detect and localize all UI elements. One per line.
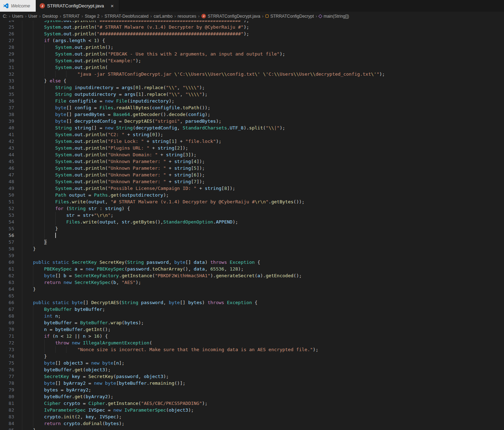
code-line[interactable]: 70n = byteBuffer.getInt(); bbox=[0, 326, 504, 333]
code-line[interactable]: 83crypto.init(2, key, IVSpec); bbox=[0, 413, 504, 420]
line-number[interactable]: 54 bbox=[0, 219, 14, 225]
line-number[interactable]: 42 bbox=[0, 138, 14, 145]
breadcrumb-item[interactable]: STRRATConfigDecrypt.java bbox=[201, 14, 260, 19]
line-number[interactable]: 67 bbox=[0, 306, 14, 313]
line-number[interactable]: 78 bbox=[0, 380, 14, 387]
code-line[interactable]: 47System.out.println("Unknown Parameter:… bbox=[0, 172, 504, 178]
line-number[interactable]: 83 bbox=[0, 413, 14, 420]
line-number[interactable]: 69 bbox=[0, 319, 14, 326]
line-number[interactable]: 51 bbox=[0, 198, 14, 205]
line-number[interactable]: 46 bbox=[0, 165, 14, 172]
code-line[interactable]: 46System.out.println("Unknown Parameter:… bbox=[0, 165, 504, 172]
code-line[interactable]: 34String inputdirectory = args[0].replac… bbox=[0, 84, 504, 91]
breadcrumb-item[interactable]: main(String[]) bbox=[319, 14, 349, 19]
line-number[interactable]: 27 bbox=[0, 37, 14, 44]
line-number[interactable]: 52 bbox=[0, 205, 14, 212]
code-line[interactable]: 60public static SecretKey SecretKey(Stri… bbox=[0, 259, 504, 266]
breadcrumb-item[interactable]: carLambo bbox=[154, 14, 172, 19]
line-number[interactable]: 60 bbox=[0, 259, 14, 266]
code-line[interactable]: 65 bbox=[0, 292, 504, 299]
line-number[interactable]: 68 bbox=[0, 313, 14, 319]
line-number[interactable]: 34 bbox=[0, 84, 14, 91]
code-line[interactable]: 57} bbox=[0, 239, 504, 245]
code-line[interactable]: 78byte[] byArray2 = new byte[byteBuffer.… bbox=[0, 380, 504, 387]
breadcrumb-item[interactable]: User bbox=[28, 14, 37, 19]
line-number[interactable]: 62 bbox=[0, 272, 14, 279]
line-number[interactable]: 37 bbox=[0, 104, 14, 111]
code-line[interactable]: 26System.out.println("##################… bbox=[0, 30, 504, 37]
code-line[interactable]: 28System.out.println(); bbox=[0, 44, 504, 51]
close-icon[interactable]: × bbox=[109, 3, 115, 9]
code-line[interactable]: 42System.out.println("File Lock: " + str… bbox=[0, 138, 504, 145]
line-number[interactable]: 26 bbox=[0, 30, 14, 37]
breadcrumb-item[interactable]: STRRATConfigDecrypt bbox=[265, 14, 314, 19]
code-line[interactable]: 36File configfile = new File(inputdirect… bbox=[0, 98, 504, 104]
breadcrumb-item[interactable]: Users bbox=[12, 14, 23, 19]
code-line[interactable]: 62byte[] b = SecretKeyFactory.getInstanc… bbox=[0, 272, 504, 279]
code-line[interactable]: 44System.out.println("Unknown Domain: " … bbox=[0, 151, 504, 158]
line-number[interactable]: 50 bbox=[0, 192, 14, 198]
line-number[interactable]: 35 bbox=[0, 91, 14, 98]
code-line[interactable]: 66public static byte[] DecryptAES(String… bbox=[0, 299, 504, 306]
code-line[interactable]: 45System.out.println("Unknown Parameter:… bbox=[0, 158, 504, 165]
line-number[interactable]: 56 bbox=[0, 232, 14, 239]
code-line[interactable]: 84return crypto.doFinal(bytes); bbox=[0, 420, 504, 427]
line-number[interactable]: 41 bbox=[0, 131, 14, 138]
line-number[interactable]: 72 bbox=[0, 339, 14, 346]
line-number[interactable]: 61 bbox=[0, 266, 14, 272]
line-number[interactable]: 66 bbox=[0, 299, 14, 306]
line-number[interactable]: 40 bbox=[0, 124, 14, 131]
code-line[interactable]: 73"Nonce size is incorrect. Make sure th… bbox=[0, 346, 504, 353]
code-line[interactable]: 27if (args.length < 1) { bbox=[0, 37, 504, 44]
code-line[interactable]: 33} else { bbox=[0, 77, 504, 84]
line-number[interactable]: 79 bbox=[0, 387, 14, 393]
code-line[interactable]: 24System.out.println("##################… bbox=[0, 21, 504, 24]
line-number[interactable]: 28 bbox=[0, 44, 14, 51]
breadcrumb-item[interactable]: Stage 2 bbox=[85, 14, 99, 19]
code-line[interactable]: 25System.out.println("# STRRAT Malware (… bbox=[0, 24, 504, 30]
line-number[interactable]: 64 bbox=[0, 286, 14, 292]
code-line[interactable]: 39byte[] decryptedConfig = DecryptAES("s… bbox=[0, 118, 504, 124]
line-number[interactable]: 30 bbox=[0, 57, 14, 64]
code-line[interactable]: 85} bbox=[0, 427, 504, 430]
code-line[interactable]: 40String string[] = new String(decrypted… bbox=[0, 124, 504, 131]
code-line[interactable]: 69byteBuffer = ByteBuffer.wrap(bytes); bbox=[0, 319, 504, 326]
code-line[interactable]: 64} bbox=[0, 286, 504, 292]
breadcrumb-item[interactable]: C: bbox=[3, 14, 7, 19]
line-number[interactable]: 82 bbox=[0, 407, 14, 413]
code-line[interactable]: 77SecretKey key = SecretKey(password, ob… bbox=[0, 373, 504, 380]
line-number[interactable]: 32 bbox=[0, 71, 14, 77]
line-number[interactable]: 47 bbox=[0, 172, 14, 178]
line-number[interactable]: 58 bbox=[0, 245, 14, 252]
line-number[interactable]: 43 bbox=[0, 145, 14, 151]
breadcrumb-item[interactable]: resources bbox=[178, 14, 196, 19]
code-line[interactable]: 50Path output = Paths.get(outputdirector… bbox=[0, 192, 504, 198]
code-line[interactable]: 58} bbox=[0, 245, 504, 252]
code-line[interactable]: 35String outputdirectory = args[1].repla… bbox=[0, 91, 504, 98]
line-number[interactable]: 71 bbox=[0, 333, 14, 339]
code-line[interactable]: 30System.out.println("Example:"); bbox=[0, 57, 504, 64]
code-line[interactable]: 68int n; bbox=[0, 313, 504, 319]
code-line[interactable]: 55} bbox=[0, 225, 504, 232]
line-number[interactable]: 29 bbox=[0, 51, 14, 57]
code-line[interactable]: 59 bbox=[0, 252, 504, 259]
line-number[interactable]: 63 bbox=[0, 279, 14, 286]
line-number[interactable]: 25 bbox=[0, 24, 14, 30]
code-line[interactable]: 72throw new IllegalArgumentException( bbox=[0, 339, 504, 346]
code-line[interactable]: 38byte[] parsedBytes = Base64.getDecoder… bbox=[0, 111, 504, 118]
code-line[interactable]: 67ByteBuffer byteBuffer; bbox=[0, 306, 504, 313]
code-line[interactable]: 79bytes = byArray2; bbox=[0, 387, 504, 393]
code-line[interactable]: 76byteBuffer.get(object3); bbox=[0, 366, 504, 373]
line-number[interactable]: 80 bbox=[0, 393, 14, 400]
code-line[interactable]: 41System.out.println("C2: " + string[0])… bbox=[0, 131, 504, 138]
line-number[interactable]: 57 bbox=[0, 239, 14, 245]
line-number[interactable]: 85 bbox=[0, 427, 14, 430]
code-line[interactable]: 75byte[] object3 = new byte[n]; bbox=[0, 360, 504, 366]
breadcrumb-item[interactable]: STRRAT-Deobfuscated bbox=[104, 14, 149, 19]
line-number[interactable]: 38 bbox=[0, 111, 14, 118]
line-number[interactable]: 45 bbox=[0, 158, 14, 165]
breadcrumb-item[interactable]: Desktop bbox=[42, 14, 58, 19]
code-line[interactable]: 74} bbox=[0, 353, 504, 360]
line-number[interactable]: 49 bbox=[0, 185, 14, 192]
code-line[interactable]: 52for (String str : string) { bbox=[0, 205, 504, 212]
